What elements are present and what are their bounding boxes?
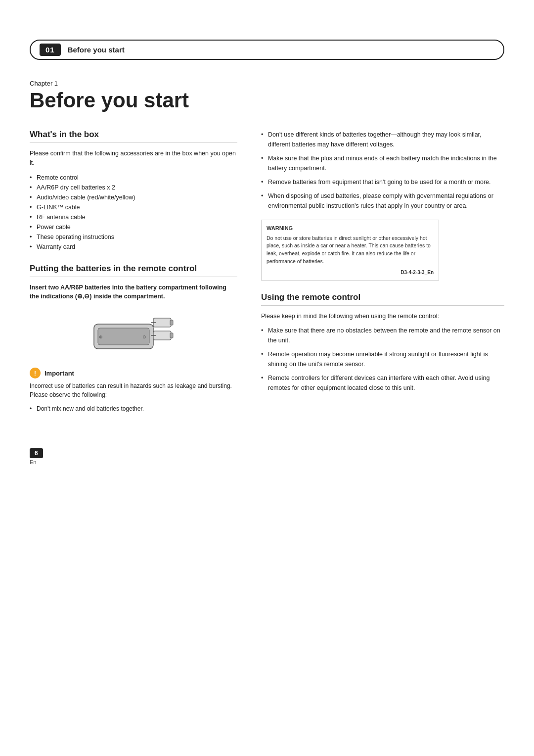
important-icon: !: [30, 368, 41, 378]
remote-tip-3: Remote controllers for different devices…: [261, 373, 504, 393]
important-box: ! Important Incorrect use of batteries c…: [30, 368, 237, 414]
list-item: RF antenna cable: [30, 212, 237, 222]
list-item: Remote control: [30, 173, 237, 183]
tip-item-remove-batteries: Remove batteries from equipment that isn…: [261, 177, 504, 187]
page-footer: 6 En: [30, 433, 237, 465]
left-column: What's in the box Please confirm that th…: [30, 130, 237, 465]
svg-rect-5: [170, 333, 173, 338]
warning-code: D3-4-2-3-3_En: [267, 269, 434, 276]
dont-mix-item: Don't mix new and old batteries together…: [30, 404, 237, 414]
whats-in-box-intro: Please confirm that the following access…: [30, 149, 237, 168]
important-header: ! Important: [30, 368, 237, 378]
right-column: Don't use different kinds of batteries t…: [261, 130, 504, 465]
whats-in-box-list: Remote control AA/R6P dry cell batteries…: [30, 173, 237, 252]
remote-tip-2: Remote operation may become unreliable i…: [261, 349, 504, 369]
battery-illustration: ⊕ ⊖: [89, 309, 178, 359]
chapter-header: Chapter 1 Before you start: [30, 80, 504, 112]
putting-batteries-heading: Putting the batteries in the remote cont…: [30, 264, 237, 277]
tip-item-different-batteries: Don't use different kinds of batteries t…: [261, 130, 504, 149]
list-item: AA/R6P dry cell batteries x 2: [30, 183, 237, 192]
important-text: Incorrect use of batteries can result in…: [30, 381, 237, 399]
using-remote-intro: Please keep in mind the following when u…: [261, 312, 504, 321]
remote-tip-1: Make sure that there are no obstacles be…: [261, 326, 504, 345]
nav-chapter-number: 01: [40, 44, 61, 56]
important-label: Important: [44, 370, 74, 377]
main-content: What's in the box Please confirm that th…: [30, 130, 504, 465]
list-item: Power cable: [30, 222, 237, 232]
top-nav-bar: 01 Before you start: [30, 40, 504, 60]
list-item: Warranty card: [30, 242, 237, 252]
whats-in-box-heading: What's in the box: [30, 130, 237, 143]
warning-text: Do not use or store batteries in direct …: [267, 235, 434, 266]
list-item: G-LINK™ cable: [30, 202, 237, 212]
putting-batteries-section: Putting the batteries in the remote cont…: [30, 264, 237, 414]
chapter-label: Chapter 1: [30, 80, 504, 87]
svg-rect-3: [170, 320, 173, 325]
page-number: 6: [30, 448, 43, 458]
tip-item-plus-minus: Make sure that the plus and minus ends o…: [261, 153, 504, 173]
svg-rect-4: [153, 331, 171, 340]
svg-text:⊖: ⊖: [142, 334, 146, 339]
using-remote-list: Make sure that there are no obstacles be…: [261, 326, 504, 393]
battery-step1: Insert two AA/R6P batteries into the bat…: [30, 283, 237, 302]
whats-in-box-section: What's in the box Please confirm that th…: [30, 130, 237, 252]
chapter-title: Before you start: [30, 89, 504, 112]
warning-title: WARNING: [267, 224, 434, 233]
using-remote-heading: Using the remote control: [261, 292, 504, 306]
important-list: Don't mix new and old batteries together…: [30, 404, 237, 414]
svg-rect-1: [98, 328, 149, 345]
battery-tips-list: Don't use different kinds of batteries t…: [261, 130, 504, 211]
svg-rect-2: [153, 318, 171, 327]
list-item: Audio/video cable (red/white/yellow): [30, 192, 237, 202]
tip-item-disposing: When disposing of used batteries, please…: [261, 191, 504, 211]
using-remote-section: Using the remote control Please keep in …: [261, 292, 504, 393]
list-item: These operating instructions: [30, 232, 237, 242]
nav-chapter-title: Before you start: [68, 46, 125, 54]
warning-box: WARNING Do not use or store batteries in…: [261, 220, 439, 281]
svg-text:⊕: ⊕: [99, 334, 103, 339]
page-lang: En: [30, 459, 237, 465]
